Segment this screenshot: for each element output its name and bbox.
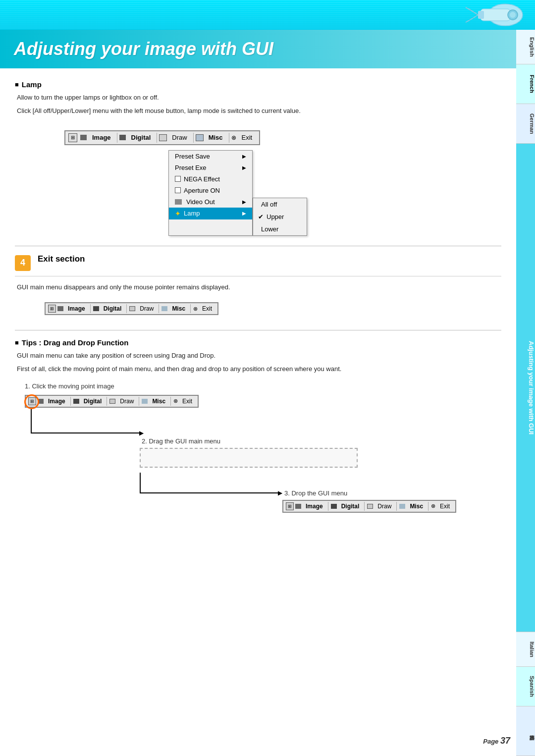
lamp-submenu: All off ✔ Upper Lower: [253, 198, 307, 236]
menu-exit-step1[interactable]: Exit: [179, 398, 195, 405]
arrow-right-1: ▶: [139, 430, 144, 436]
gear-icon-step3: ⊗: [431, 503, 435, 509]
arrow-icon-4: ▶: [242, 211, 246, 216]
vert-line-2: [140, 473, 141, 492]
arrow-icon: ▶: [242, 154, 246, 159]
nega-checkbox[interactable]: [175, 176, 181, 182]
svg-point-3: [510, 12, 516, 18]
dropdown-aperture[interactable]: Aperture ON: [169, 185, 252, 196]
sep-s1-1: [70, 397, 71, 406]
tips-desc2: First of all, click the moving point of …: [17, 364, 501, 375]
gui-menubar-exit: ⊞ Image Digital Draw Misc ⊗ Exit: [45, 302, 218, 315]
submenu-upper[interactable]: ✔ Upper: [253, 211, 307, 223]
upper-checkbox[interactable]: ✔: [258, 213, 264, 220]
tips-heading: Tips : Drag and Drop Function: [15, 338, 501, 347]
menu-misc-step1[interactable]: Misc: [149, 398, 168, 405]
misc-icon: [196, 134, 204, 141]
video-icon: [175, 199, 182, 205]
lamp-heading: Lamp: [15, 80, 501, 89]
draw-icon-exit: [129, 306, 135, 311]
gui-menubar-step3: ⊞ Image Digital Draw Misc ⊗ Exit: [282, 500, 456, 513]
exit-heading: Exit section: [38, 254, 85, 264]
top-stripe: [0, 0, 535, 30]
main-content: Adjusting your image with GUI Lamp Allow…: [0, 30, 516, 533]
sidebar-spanish: Spanish: [516, 667, 535, 706]
page-title: Adjusting your image with GUI: [14, 39, 502, 59]
drag-steps-container: ▶ 2. Drag the GUI main menu ▶: [31, 408, 501, 493]
lamp-icon: ✦: [175, 210, 181, 217]
menu-exit-exit[interactable]: Exit: [199, 305, 215, 312]
sidebar-adjusting: Adjusting your image with GUI: [516, 144, 535, 632]
sep-s1-2: [107, 397, 107, 406]
image-icon: [80, 135, 87, 140]
menu-draw-exit[interactable]: Draw: [137, 305, 157, 312]
menu-draw[interactable]: Draw: [168, 133, 191, 142]
sep-exit-4: [190, 304, 191, 313]
svg-rect-1: [481, 9, 510, 21]
menu-draw-step1[interactable]: Draw: [117, 398, 137, 405]
lamp-desc1: Allow to turn the upper lamps or lightbo…: [17, 93, 501, 103]
menu-exit[interactable]: Exit: [238, 133, 257, 142]
divider-1: [15, 246, 501, 246]
horiz-line-2: ▶: [140, 492, 278, 493]
menu-digital-step3[interactable]: Digital: [338, 503, 363, 510]
arrow-icon-3: ▶: [242, 199, 246, 205]
menu-misc-exit[interactable]: Misc: [169, 305, 188, 312]
tips-desc1: GUI main menu can take any position of s…: [17, 351, 501, 361]
right-sidebar: English French German Adjusting your ima…: [516, 30, 535, 756]
step1-label: 1. Click the moving point image: [25, 382, 501, 390]
sep-exit-3: [159, 304, 159, 313]
dropdown-preset-exe[interactable]: Preset Exe ▶: [169, 162, 252, 173]
menu-misc[interactable]: Misc: [205, 133, 227, 142]
digital-icon-exit: [93, 306, 99, 311]
arrow-right-2: ▶: [278, 489, 282, 496]
dropdown-video[interactable]: Video Out ▶: [169, 196, 252, 208]
menu-misc-step3[interactable]: Misc: [407, 503, 426, 510]
exit-section: 4 Exit section: [15, 254, 501, 276]
dropdown-menu: Preset Save ▶ Preset Exe ▶ NEGA Effect A…: [168, 150, 253, 236]
sidebar-japanese: 日本語: [516, 706, 535, 756]
submenu-alloff[interactable]: All off: [253, 198, 307, 211]
menu-exit-step3[interactable]: Exit: [437, 503, 453, 510]
dropdown-nega[interactable]: NEGA Effect: [169, 173, 252, 185]
menu-draw-step3[interactable]: Draw: [374, 503, 394, 510]
aperture-checkbox[interactable]: [175, 187, 181, 193]
draw-icon: [159, 134, 167, 141]
menu-image[interactable]: Image: [88, 133, 115, 142]
divider-2: [15, 330, 501, 330]
digital-icon-step1: [73, 399, 79, 404]
projector-illustration: [436, 0, 525, 30]
page-title-banner: Adjusting your image with GUI: [0, 30, 516, 68]
menu-digital-exit[interactable]: Digital: [101, 305, 125, 312]
move-icon-step1: ⊞: [28, 397, 36, 405]
exit-desc: GUI main menu disappears and only the mo…: [17, 282, 501, 293]
step2-label: 2. Drag the GUI main menu: [142, 437, 501, 445]
page-number-value: 37: [500, 736, 510, 746]
svg-rect-4: [478, 11, 484, 19]
gear-icon-exit: ⊗: [193, 306, 198, 312]
step3-container: 3. Drop the GUI menu ⊞ Image Digital Dra…: [282, 489, 501, 513]
exit-gear-icon: ⊗: [231, 134, 236, 141]
sep4: [229, 133, 229, 143]
dropdown-preset-save[interactable]: Preset Save ▶: [169, 151, 252, 162]
menu-digital[interactable]: Digital: [127, 133, 155, 142]
step2-container: 2. Drag the GUI main menu: [140, 437, 501, 468]
page-number: Page 37: [483, 736, 510, 746]
step3-label: 3. Drop the GUI menu: [284, 489, 501, 497]
exit-section-content: Exit section: [38, 254, 85, 264]
misc-icon-exit: [161, 306, 167, 311]
sep-exit-2: [126, 304, 127, 313]
gui-menubar-step1: ⊞ Image Digital Draw Misc ⊗ Exit: [25, 395, 199, 408]
menu-image-exit[interactable]: Image: [65, 305, 88, 312]
menu-image-step3[interactable]: Image: [303, 503, 326, 510]
menu-digital-step1[interactable]: Digital: [81, 398, 105, 405]
lamp-desc2: Click [All off/Upper/Lower] menu with th…: [17, 106, 501, 116]
sep-exit-1: [90, 304, 91, 313]
dropdown-lamp[interactable]: ✦ Lamp ▶: [169, 208, 252, 219]
misc-icon-step1: [142, 399, 148, 404]
menu-image-step1[interactable]: Image: [45, 398, 68, 405]
sep3: [193, 133, 194, 143]
digital-icon: [119, 135, 126, 140]
submenu-lower[interactable]: Lower: [253, 223, 307, 235]
exit-number-badge: 4: [15, 255, 31, 271]
